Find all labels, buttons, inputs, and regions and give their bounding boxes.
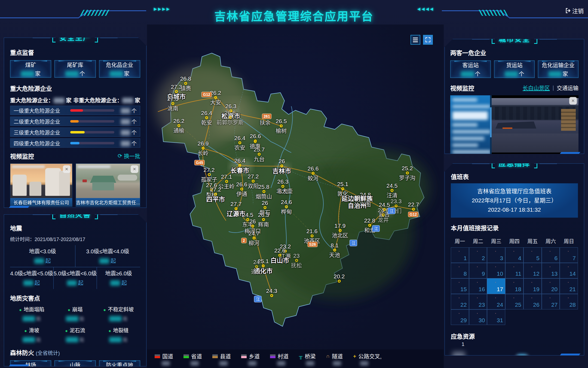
calendar-day[interactable]: 27 [542, 294, 560, 309]
city-marker-北大壶[interactable]: 北大壶 [276, 188, 293, 194]
video-thumb-2[interactable]: ✕ 吉林市吉化北方炬焜工贸责任... [76, 163, 140, 207]
city-marker-汪清[interactable]: 24.5汪清 [387, 183, 398, 199]
city-marker-乾安[interactable]: 26.4乾安 [201, 110, 212, 126]
calendar-day[interactable]: 18 [505, 278, 523, 294]
calendar-day[interactable]: 31 [487, 309, 505, 325]
calendar-day[interactable]: 6 [542, 247, 560, 263]
calendar-day[interactable]: 3 [487, 247, 505, 263]
city-marker-池北区[interactable]: 17.9池北区 [332, 223, 348, 239]
calendar-day[interactable]: 23 [469, 294, 487, 309]
city-marker-九台[interactable]: 25.7九台 [254, 147, 265, 162]
city-marker-和龙[interactable]: 22.8和龙 [364, 218, 375, 233]
calendar-day[interactable]: 13 [542, 263, 560, 278]
city-marker-安图[interactable]: 24.8安图 [360, 192, 371, 208]
city-marker-永吉[interactable]: 26.3永吉 [277, 179, 289, 194]
city-marker-吉林市[interactable]: 26吉林市 [272, 159, 291, 174]
enterprises-card-1[interactable]: 客运站个 [450, 60, 491, 78]
calendar-day[interactable]: 5 [523, 247, 542, 263]
city-marker-烟筒山[interactable]: 25.8烟筒山 [256, 184, 272, 200]
city-marker[interactable]: 20.2 [334, 274, 345, 283]
camera-list-item-active[interactable] [452, 111, 488, 120]
video-thumb-1[interactable]: ✕ 长春巨峰气体有限责任公司 [10, 163, 72, 207]
city-marker-公主岭[interactable]: 27.1公主岭 [218, 174, 235, 190]
city-marker-镇赉[interactable]: 26.8镇赉 [180, 76, 191, 92]
camera-list-item[interactable] [452, 137, 484, 140]
city-marker[interactable]: 24.3 [266, 288, 277, 298]
enterprises-card-2[interactable]: 货运站个 [494, 60, 535, 78]
key-supervision-card-1[interactable]: 煤矿家 [10, 60, 51, 78]
calendar-day[interactable]: 11 [505, 263, 523, 278]
calendar-day[interactable]: 20 [542, 278, 560, 294]
legend-item-7[interactable]: ∩隧道 [326, 352, 343, 366]
forest-fire-card-2[interactable]: 山脉处 [54, 360, 96, 368]
camera-video-frame[interactable]: ✕ [492, 95, 578, 156]
calendar-day[interactable]: 2 [469, 247, 487, 263]
key-supervision-card-2[interactable]: 尾矿库个 [54, 60, 96, 78]
city-marker-延吉[interactable]: 24.5延吉 [379, 202, 390, 218]
legend-item-5[interactable]: 村道 [270, 352, 289, 366]
city-marker[interactable]: 26.6 [250, 133, 261, 143]
city-marker-桦甸[interactable]: 24.6桦甸 [281, 199, 292, 215]
city-marker-龙井[interactable]: 24.6龙井 [378, 208, 389, 223]
city-marker-洮南[interactable]: 27.3洮南 [167, 96, 179, 112]
key-supervision-card-3[interactable]: 危化品企业家 [99, 60, 140, 78]
camera-list-item[interactable] [452, 105, 490, 108]
calendar-day[interactable]: 16 [469, 278, 487, 294]
city-marker-农安[interactable]: 26.4农安 [234, 135, 246, 151]
calendar-day[interactable]: 7 [560, 247, 578, 263]
city-marker-天池[interactable]: 8.1天池 [329, 243, 340, 258]
camera-list-item[interactable] [452, 123, 477, 127]
camera-list-item[interactable] [452, 150, 491, 154]
legend-item-8[interactable]: +公路交叉, [353, 352, 382, 366]
calendar-day[interactable]: 8 [451, 263, 469, 278]
city-marker-白城市[interactable]: 27.3白城市 [167, 84, 186, 100]
city-marker-双阳[interactable]: 27.2双阳 [248, 174, 259, 189]
city-marker-磐石[interactable]: 26磐石 [259, 200, 270, 216]
legend-item-3[interactable]: 县道 [212, 352, 231, 366]
city-marker-德惠[interactable]: 德惠 [250, 139, 261, 150]
city-marker-柳河[interactable]: 24.7柳河 [249, 231, 260, 246]
calendar-day[interactable]: 15 [451, 278, 469, 294]
forest-fire-card-3[interactable]: 防火重点地处 [99, 360, 140, 368]
calendar-day[interactable]: 14 [560, 263, 578, 278]
city-marker-长春市[interactable]: 26.4长春市 [231, 158, 249, 174]
calendar-day[interactable]: 30 [469, 309, 487, 325]
city-marker-伊通[interactable]: 26.6伊通 [236, 182, 247, 197]
calendar-day[interactable]: 19 [523, 278, 542, 294]
legend-item-2[interactable]: 省道 [183, 352, 202, 366]
calendar-day[interactable]: 29 [451, 309, 469, 325]
city-marker-扶余[interactable]: 扶余 [260, 116, 271, 126]
calendar-day[interactable]: 4 [505, 247, 523, 263]
city-marker-前郭尔罗斯[interactable]: 26.6前郭尔罗斯 [216, 110, 244, 126]
city-marker-通化[interactable]: 24通化 [251, 259, 262, 275]
city-marker-东丰[interactable]: 24.5东丰 [242, 212, 253, 228]
calendar-day[interactable]: 24 [487, 294, 505, 309]
city-marker-抚松[interactable]: 23抚松 [291, 253, 302, 269]
legend-item-1[interactable]: 国道 [155, 352, 173, 366]
refresh-batch-button[interactable]: ⟳ 换一批 [118, 152, 140, 160]
city-marker-大安[interactable]: 26.2大安 [210, 90, 221, 106]
calendar-day[interactable]: 25 [505, 294, 523, 309]
camera-list[interactable] [450, 95, 490, 156]
video-close-icon[interactable]: ✕ [63, 165, 71, 173]
map-fullscreen-button[interactable] [423, 35, 433, 45]
city-marker-珲春[interactable]: 22.7珲春 [408, 202, 419, 217]
city-marker-敦化[interactable]: 25.1敦化 [337, 181, 348, 197]
city-marker-松原市[interactable]: 26.3松原市 [222, 104, 240, 119]
calendar-day[interactable]: 26 [523, 294, 542, 309]
city-marker-四平市[interactable]: 27.2四平市 [206, 187, 225, 202]
legend-item-6[interactable]: ╥桥梁 [299, 352, 316, 366]
map-layers-button[interactable] [411, 35, 420, 45]
camera-list-item[interactable] [452, 130, 491, 133]
city-marker-图们[interactable]: 23.3图们 [391, 199, 402, 214]
calendar-day[interactable]: 21 [560, 278, 578, 294]
city-marker-辉南[interactable]: 26.3辉南 [258, 212, 269, 228]
city-marker-江源[interactable]: 23.2江源 [280, 244, 291, 259]
city-marker-梨树[interactable]: 27.6梨树 [206, 183, 217, 198]
calendar-day[interactable]: 10 [487, 263, 505, 278]
calendar-day[interactable]: 28 [560, 294, 578, 309]
tab-changbaishan[interactable]: 长白山景区 [523, 84, 550, 92]
city-marker-孤家子[interactable]: 27.2孤家子 [201, 167, 217, 183]
calendar-day[interactable]: 9 [469, 263, 487, 278]
city-marker-榆树[interactable]: 26.5榆树 [276, 118, 287, 134]
